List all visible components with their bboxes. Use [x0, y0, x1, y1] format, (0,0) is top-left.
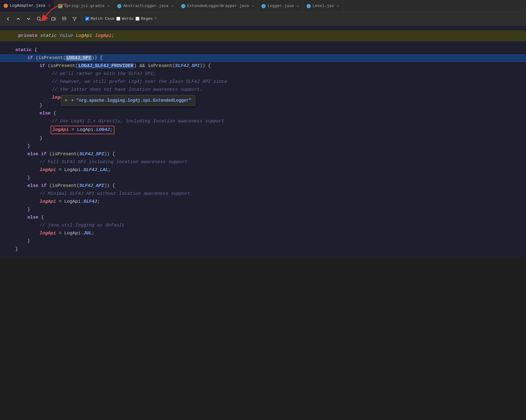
tab-label-level: Level.jav	[313, 4, 334, 8]
multiline-button[interactable]	[60, 15, 68, 23]
line-comment-jul: // java.util.logging as default	[0, 222, 526, 229]
find-replace-button[interactable]	[50, 15, 58, 23]
tab-close-spring-jcl[interactable]: ✕	[107, 4, 110, 8]
line-close-else-if-slf4j: }	[0, 174, 526, 182]
tab-label-log-adapter: LogAdapter.java	[10, 3, 45, 8]
line-logapi-slf4j-lal-2: logApi = LogApi.SLF4J_LAL;	[0, 166, 526, 174]
nav-back-button[interactable]	[4, 15, 12, 23]
line-else-if-slf4j-api: else if (isPresent(SLF4J_API)) {	[0, 182, 526, 190]
spacer-1	[0, 41, 526, 46]
line-logapi-log4j: logApi = LogApi.LOG4J;	[0, 125, 526, 135]
find-toolbar: Match Case Words Regex ?	[0, 12, 526, 26]
regex-help-icon[interactable]: ?	[154, 16, 157, 21]
search-button[interactable]	[35, 15, 43, 23]
line-else-if-slf4j-spi: else if (isPresent(SLF4J_SPI)) {	[0, 150, 526, 158]
line-if-log4j-slef4j: if (isPresent(LOG4J_SLF4J_PROVIDER) && i…	[0, 62, 526, 70]
tab-label-abstract-logger: AbstractLogger.java	[123, 4, 168, 8]
tab-logger[interactable]: Logger.java ✕	[258, 0, 303, 12]
private-method-strip: private static Value LogApi logApi;	[0, 30, 526, 41]
line-static-open: static {	[0, 46, 526, 54]
tab-level[interactable]: Level.jav ✕	[303, 0, 343, 12]
tab-close-abstract-logger[interactable]: ✕	[171, 4, 174, 8]
line-comment-slf4j-3: // the latter does not have location awa…	[0, 86, 526, 94]
tab-bar: LogAdapter.java ✕ spring-jcl.gradle ✕ Ab…	[0, 0, 526, 12]
tab-icon-spring-jcl	[58, 4, 62, 8]
tab-close-extended-logger[interactable]: ✕	[252, 4, 254, 8]
filter-button[interactable]	[70, 15, 79, 23]
regex-group: Regex ?	[135, 16, 157, 21]
autocomplete-container: if (isPresent(LOG4J_SLF4J_PROVIDER) && i…	[0, 62, 526, 70]
tab-icon-abstract-logger	[117, 4, 121, 8]
autocomplete-popup[interactable]: + + "org.apache.logging.log4j.spi.Extend…	[61, 95, 195, 106]
line-else-open: else {	[0, 110, 526, 117]
match-case-label[interactable]: Match Case	[91, 16, 114, 21]
line-close-static: }	[0, 245, 526, 253]
svg-marker-9	[73, 17, 76, 21]
line-logapi-slf4j: logApi = LogApi.SLF4J;	[0, 198, 526, 206]
line-comment-slf4j-2: // however, we still prefer Log4j over t…	[0, 78, 526, 86]
tab-label-extended-logger: ExtendedLoggerWrapper.java	[187, 4, 249, 8]
tab-log-adapter[interactable]: LogAdapter.java ✕	[0, 0, 54, 12]
tab-label-logger: Logger.java	[268, 4, 294, 8]
svg-rect-3	[52, 17, 54, 20]
regex-label[interactable]: Regex	[141, 16, 153, 21]
toolbar-separator-1	[46, 15, 47, 23]
line-comment-slf4j-full: // Full SLF4J SPI including location awa…	[0, 158, 526, 166]
line-close-else-default: }	[0, 237, 526, 245]
tab-label-spring-jcl: spring-jcl.gradle	[64, 4, 105, 8]
tab-icon-logger	[261, 4, 266, 8]
svg-rect-8	[62, 19, 66, 20]
line-close-if-outer: }	[0, 142, 526, 150]
words-group: Words	[116, 16, 134, 21]
tab-extended-logger[interactable]: ExtendedLoggerWrapper.java ✕	[177, 0, 258, 12]
nav-down-button[interactable]	[24, 15, 33, 23]
tab-icon-log-adapter	[4, 4, 8, 8]
svg-line-2	[40, 20, 41, 21]
line-if-log4j-spi: if (isPresent(LOG4J_SPI)) {	[0, 54, 526, 62]
words-checkbox[interactable]	[116, 17, 120, 21]
line-close-else-if-api: }	[0, 206, 526, 214]
tab-icon-extended-logger	[181, 4, 185, 8]
svg-point-1	[37, 17, 40, 20]
match-case-group: Match Case	[85, 16, 114, 21]
line-logapi-jul: logApi = LogApi.JUL;	[0, 229, 526, 237]
svg-rect-7	[62, 17, 66, 18]
plus-icon: +	[65, 98, 67, 103]
tab-close-log-adapter[interactable]: ✕	[48, 4, 51, 8]
tab-spring-jcl[interactable]: spring-jcl.gradle ✕	[54, 0, 114, 12]
line-comment-slf4j-1: // we'll rather go with the SLF4J SPI;	[0, 70, 526, 78]
line-else-default-open: else {	[0, 214, 526, 222]
code-editor: private static Value LogApi logApi; stat…	[0, 26, 526, 258]
tab-icon-level	[307, 4, 311, 8]
red-box-highlight: logApi = LogApi.LOG4J;	[51, 126, 114, 134]
match-case-checkbox[interactable]	[85, 17, 89, 21]
regex-checkbox[interactable]	[135, 17, 139, 21]
line-comment-log4j-direct: // Use Log4j 2.x directly, including loc…	[0, 117, 526, 125]
tab-close-logger[interactable]: ✕	[297, 4, 299, 8]
autocomplete-text: + "org.apache.logging.log4j.spi.Extended…	[71, 98, 191, 103]
nav-up-button[interactable]	[14, 15, 23, 23]
tab-close-level[interactable]: ✕	[337, 4, 339, 8]
line-close-else: }	[0, 135, 526, 142]
line-comment-slf4j-minimal: // Minimal SLF4J API without location aw…	[0, 190, 526, 198]
toolbar-separator-2	[82, 15, 82, 23]
words-label[interactable]: Words	[122, 16, 134, 21]
tab-abstract-logger[interactable]: AbstractLogger.java ✕	[114, 0, 177, 12]
